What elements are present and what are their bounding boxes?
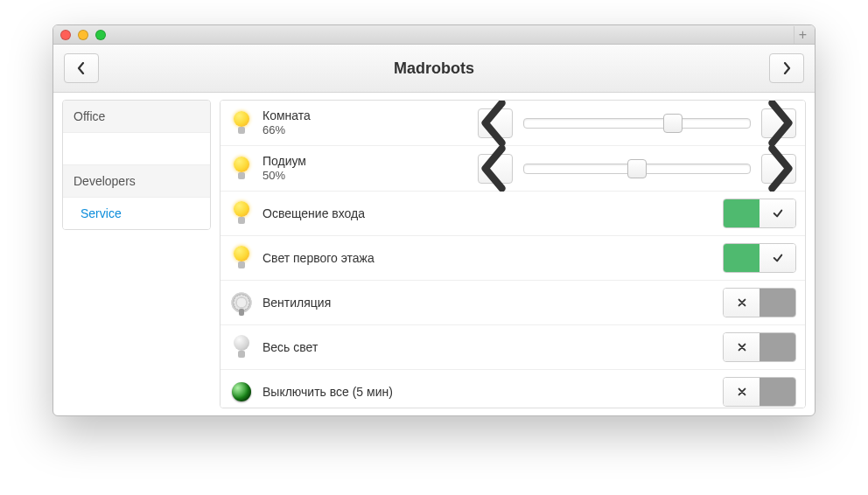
device-label: Вентиляция (262, 295, 394, 310)
device-name: Освещение входа (262, 206, 394, 221)
page-title: Madrobots (394, 59, 474, 78)
device-row: Весь свет (220, 325, 805, 370)
decrease-button[interactable] (478, 108, 513, 138)
device-controls (402, 199, 796, 228)
device-row: Выключить все (5 мин) (220, 370, 805, 408)
toggle-off-indicator[interactable] (760, 378, 795, 406)
sidebar-item[interactable]: Office (63, 101, 210, 133)
device-controls (402, 288, 796, 317)
device-row: Вентиляция (220, 281, 805, 325)
window-controls (60, 30, 106, 40)
device-name: Вентиляция (262, 295, 394, 310)
back-button[interactable] (64, 53, 99, 83)
sidebar-item[interactable]: Service (63, 198, 210, 229)
device-row: Свет первого этажа (220, 236, 805, 281)
device-name: Свет первого этажа (262, 250, 394, 266)
header: Madrobots (53, 45, 815, 93)
toggle-switch[interactable] (723, 199, 796, 228)
device-value: 66% (262, 123, 394, 138)
toggle-on-indicator[interactable] (724, 199, 760, 227)
toggle-off-indicator[interactable] (760, 289, 795, 317)
toggle-confirm-button[interactable] (760, 244, 795, 272)
device-row: Подиум50% (220, 146, 805, 192)
device-label: Весь свет (262, 339, 394, 355)
device-row: Освещение входа (220, 192, 805, 236)
device-label: Выключить все (5 мин) (262, 384, 394, 400)
device-controls (402, 108, 796, 138)
dimmer-slider[interactable] (523, 164, 751, 174)
bulb-off-icon (229, 335, 254, 359)
slider-thumb[interactable] (627, 159, 647, 178)
dimmer-slider[interactable] (523, 118, 751, 129)
chevron-left-icon (479, 100, 512, 146)
toggle-confirm-button[interactable] (760, 199, 795, 227)
toggle-switch[interactable] (723, 243, 796, 273)
orb-green-icon (229, 380, 254, 404)
toggle-off-button[interactable] (724, 378, 760, 406)
check-icon (773, 208, 783, 219)
x-icon (737, 297, 747, 308)
slider-thumb[interactable] (663, 114, 682, 133)
sidebar-item[interactable]: Madrobots (63, 133, 210, 165)
zoom-icon[interactable] (95, 30, 106, 40)
titlebar: + (53, 25, 815, 45)
check-icon (773, 253, 783, 263)
device-label: Комната66% (262, 108, 394, 138)
device-label: Подиум50% (262, 153, 394, 184)
toggle-off-button[interactable] (724, 333, 760, 361)
device-label: Свет первого этажа (262, 250, 394, 266)
chevron-left-icon (77, 62, 86, 74)
increase-button[interactable] (761, 154, 796, 184)
device-name: Выключить все (5 мин) (262, 384, 394, 400)
toggle-off-button[interactable] (724, 289, 760, 317)
device-name: Подиум (262, 153, 394, 169)
bulb-on-icon (229, 246, 254, 270)
toggle-switch[interactable] (723, 288, 796, 317)
device-name: Весь свет (262, 339, 394, 355)
toggle-off-indicator[interactable] (760, 333, 795, 361)
x-icon (737, 342, 747, 352)
bulb-on-icon (229, 201, 254, 226)
bulb-on-icon (229, 111, 254, 136)
device-controls (402, 377, 796, 407)
device-controls (402, 332, 796, 362)
toggle-switch[interactable] (723, 377, 796, 407)
bulb-on-icon (229, 157, 254, 181)
toggle-switch[interactable] (723, 332, 796, 362)
chevron-right-icon (762, 100, 795, 146)
device-value: 50% (262, 169, 394, 184)
device-controls (402, 154, 796, 184)
chevron-right-icon (762, 145, 795, 192)
fan-icon (229, 290, 254, 315)
body: OfficeMadrobotsDevelopersService Комната… (53, 93, 815, 415)
sidebar-item[interactable]: Developers (63, 165, 210, 198)
increase-button[interactable] (761, 108, 796, 138)
x-icon (737, 387, 747, 397)
device-row: Комната66% (220, 101, 805, 146)
forward-button[interactable] (769, 53, 804, 83)
minimize-icon[interactable] (78, 30, 88, 40)
close-icon[interactable] (60, 30, 71, 40)
new-tab-button[interactable]: + (794, 26, 811, 44)
sidebar: OfficeMadrobotsDevelopersService (62, 100, 211, 230)
chevron-right-icon (782, 62, 791, 74)
app-window: + Madrobots OfficeMadrobotsDevelopersSer… (52, 24, 816, 416)
device-label: Освещение входа (262, 206, 394, 221)
toggle-on-indicator[interactable] (724, 244, 760, 272)
decrease-button[interactable] (478, 154, 513, 184)
device-list[interactable]: Комната66%Подиум50%Освещение входаСвет п… (220, 100, 806, 408)
chevron-left-icon (479, 145, 512, 192)
device-name: Комната (262, 108, 394, 123)
device-controls (402, 243, 796, 273)
